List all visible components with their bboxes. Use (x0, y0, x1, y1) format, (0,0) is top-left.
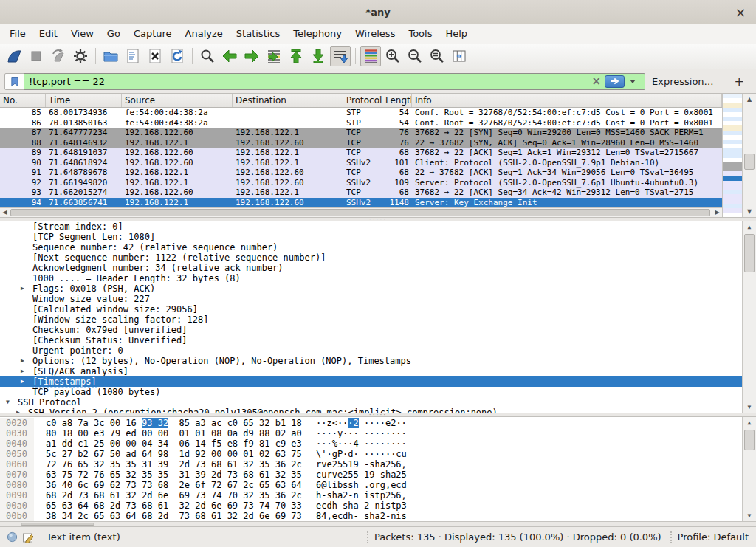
detail-line[interactable]: 1000 .... = Header Length: 32 bytes (8) (0, 273, 742, 283)
detail-line[interactable]: Sequence number: 42 (relative sequence n… (0, 242, 742, 252)
auto-scroll-button[interactable] (330, 46, 351, 66)
hex-line[interactable]: 00a065 63 64 68 2d 73 68 61 32 2d 6e 69 … (0, 500, 742, 511)
packet-row[interactable]: 9171.648789678192.168.122.1192.168.122.6… (0, 168, 722, 178)
hex-line[interactable]: 009068 2d 73 68 61 32 2d 6e 69 73 74 70 … (0, 490, 742, 500)
filter-apply-button[interactable] (605, 75, 625, 88)
zoom-reset-button[interactable] (427, 46, 447, 66)
detail-line[interactable]: Window size value: 227 (0, 294, 742, 304)
expander-icon[interactable]: ▶ (21, 376, 32, 387)
stop-capture-button[interactable] (26, 46, 47, 66)
add-filter-button[interactable]: + (727, 75, 752, 89)
detail-line[interactable]: [Next sequence number: 1122 (relative se… (0, 252, 742, 263)
details-vscrollbar[interactable]: ▲ ▼ (742, 221, 756, 413)
restart-capture-button[interactable] (48, 46, 69, 66)
column-header-destination[interactable]: Destination (233, 94, 343, 107)
menu-capture[interactable]: Capture (127, 24, 179, 44)
detail-line[interactable]: ▼SSH Protocol (0, 397, 742, 407)
hex-line[interactable]: 00b038 34 2c 65 63 64 68 2d 73 68 61 32 … (0, 511, 742, 521)
menu-file[interactable]: File (3, 24, 32, 44)
menu-wireless[interactable]: Wireless (348, 24, 402, 44)
expander-icon[interactable]: ▼ (6, 397, 18, 407)
go-first-button[interactable] (286, 46, 306, 66)
resize-columns-button[interactable] (449, 46, 470, 66)
expander-icon[interactable]: ▶ (16, 407, 28, 413)
packet-row[interactable]: 8871.648146932192.168.122.1192.168.122.6… (0, 138, 722, 148)
packet-row[interactable]: 9071.648618924192.168.122.60192.168.122.… (0, 158, 722, 168)
zoom-in-button[interactable] (382, 46, 403, 66)
go-to-packet-button[interactable] (264, 46, 284, 66)
detail-line[interactable]: TCP payload (1080 bytes) (0, 387, 742, 397)
menu-edit[interactable]: Edit (32, 24, 64, 44)
vscroll-thumb[interactable] (744, 234, 755, 272)
column-header-protocol[interactable]: Protocol (343, 94, 382, 107)
detail-line[interactable]: ▶Flags: 0x018 (PSH, ACK) (0, 283, 742, 294)
filter-history-dropdown[interactable] (630, 80, 636, 83)
detail-line[interactable]: [Checksum Status: Unverified] (0, 335, 742, 345)
expander-icon[interactable]: ▶ (21, 356, 32, 366)
hex-line[interactable]: 008036 40 6c 69 62 73 73 68 2e 6f 72 67 … (0, 480, 742, 490)
column-header-time[interactable]: Time (46, 94, 122, 107)
expander-icon[interactable]: ▶ (21, 366, 32, 376)
hex-line[interactable]: 0020c0 a8 7a 3c 00 16 93 32 85 a3 ac c0 … (0, 418, 742, 428)
menu-help[interactable]: Help (439, 24, 474, 44)
detail-line[interactable]: ▶[SEQ/ACK analysis] (0, 366, 742, 376)
column-header-length[interactable]: Length (382, 94, 412, 107)
close-file-button[interactable] (145, 46, 165, 66)
save-file-button[interactable] (123, 46, 143, 66)
start-capture-button[interactable] (4, 46, 24, 66)
find-packet-button[interactable] (197, 46, 218, 66)
capture-options-button[interactable] (70, 46, 91, 66)
menu-telephony[interactable]: Telephony (286, 24, 348, 44)
open-file-button[interactable] (100, 46, 121, 66)
close-window-button[interactable]: × (732, 4, 749, 20)
packet-row[interactable]: 9471.663856741192.168.122.1192.168.122.6… (0, 198, 722, 208)
detail-line[interactable]: [Calculated window size: 29056] (0, 304, 742, 314)
detail-line[interactable]: [Window size scaling factor: 128] (0, 314, 742, 325)
intelligent-scrollbar-minimap[interactable] (722, 94, 742, 217)
bytes-hscrollbar[interactable] (0, 521, 756, 526)
hscroll-thumb[interactable] (21, 523, 94, 526)
packet-row[interactable]: 9371.662015274192.168.122.60192.168.122.… (0, 188, 722, 198)
go-back-button[interactable] (219, 46, 240, 66)
go-forward-button[interactable] (241, 46, 262, 66)
column-header-source[interactable]: Source (122, 94, 233, 107)
detail-line[interactable]: ▶SSH Version 2 (encryption:chacha20-poly… (0, 407, 742, 413)
detail-line[interactable]: Checksum: 0x79ed [unverified] (0, 325, 742, 335)
hex-line[interactable]: 0040a1 dd c1 25 00 00 04 34 06 14 f5 e8 … (0, 438, 742, 449)
hex-line[interactable]: 007063 75 72 76 65 32 35 35 31 39 2d 73 … (0, 469, 742, 480)
colorize-button[interactable] (360, 46, 381, 66)
go-last-button[interactable] (308, 46, 329, 66)
packet-row[interactable]: 8670.013850163fe:54:00:d4:38:2aSTP54Conf… (0, 118, 722, 128)
detail-line[interactable]: Acknowledgment number: 34 (relative ack … (0, 263, 742, 273)
menu-go[interactable]: Go (100, 24, 127, 44)
packet-list-hscrollbar[interactable]: ◀ ▶ (0, 207, 722, 217)
column-header-no[interactable]: No. (0, 94, 46, 107)
zoom-out-button[interactable] (405, 46, 425, 66)
detail-line[interactable]: ▶[Timestamps] (0, 376, 742, 387)
packet-row[interactable]: 8568.001734936fe:54:00:d4:38:2aSTP54Conf… (0, 108, 722, 118)
detail-line[interactable]: ▶Options: (12 bytes), No-Operation (NOP)… (0, 356, 742, 366)
packet-row[interactable]: 9271.661949820192.168.122.1192.168.122.6… (0, 178, 722, 188)
packet-list-vscrollbar[interactable]: ▲ ▼ (742, 94, 756, 217)
detail-line[interactable]: Urgent pointer: 0 (0, 345, 742, 356)
menu-view[interactable]: View (64, 24, 100, 44)
filter-bookmark-button[interactable] (4, 73, 24, 90)
vscroll-thumb[interactable] (744, 430, 755, 450)
bytes-vscrollbar[interactable]: ▲ ▼ (742, 417, 756, 521)
packet-row[interactable]: 8771.647777234192.168.122.60192.168.122.… (0, 128, 722, 138)
column-header-info[interactable]: Info (412, 94, 722, 107)
detail-line[interactable]: [TCP Segment Len: 1080] (0, 232, 742, 242)
filter-input[interactable]: !tcp.port == 22 × (24, 73, 645, 90)
profile-selector[interactable]: Profile: Default (678, 531, 749, 543)
detail-line[interactable]: [Stream index: 0] (0, 221, 742, 232)
hscroll-thumb[interactable] (10, 209, 710, 216)
expert-info-button[interactable] (4, 530, 20, 545)
vscroll-thumb[interactable] (744, 154, 755, 170)
reload-button[interactable] (167, 46, 188, 66)
menu-tools[interactable]: Tools (402, 24, 439, 44)
expression-button[interactable]: Expression… (645, 76, 721, 87)
capture-comment-button[interactable] (20, 530, 36, 545)
hex-line[interactable]: 00505c 27 b2 67 50 ad 64 98 1d 92 00 00 … (0, 449, 742, 459)
hex-line[interactable]: 003080 18 00 e3 79 ed 00 00 01 01 08 0a … (0, 428, 742, 438)
expander-icon[interactable]: ▶ (21, 283, 32, 294)
